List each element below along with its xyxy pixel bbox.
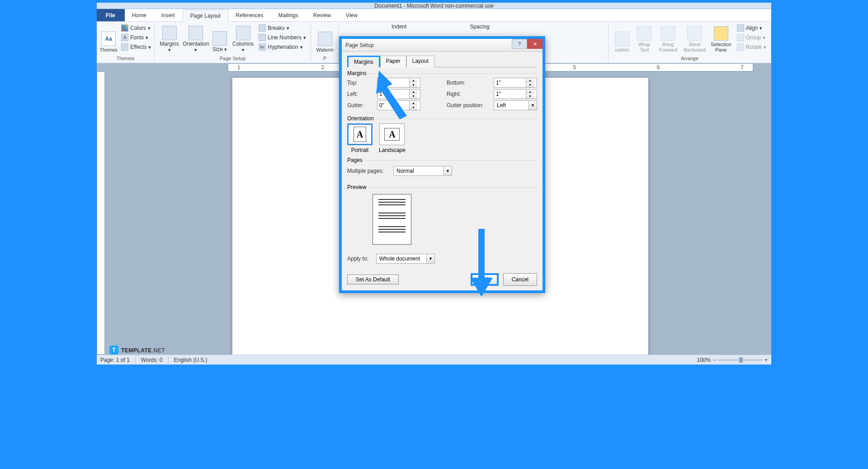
dropdown-icon[interactable]: ▼ (443, 166, 452, 175)
themes-icon: Aa (101, 32, 116, 46)
gutter-pos-combo[interactable]: Left▼ (494, 100, 537, 110)
cancel-button[interactable]: Cancel (503, 273, 537, 286)
backward-icon (687, 26, 702, 41)
margins-button[interactable]: Margins ▾ (157, 24, 181, 53)
orientation-button[interactable]: Orientation ▾ (183, 24, 208, 53)
dialog-title: Page Setup (345, 42, 374, 48)
ribbon-tabs: File Home Insert Page Layout References … (97, 9, 771, 22)
portrait-icon: A (347, 123, 373, 145)
effects-button[interactable]: Effects ▾ (119, 43, 153, 52)
watermark-icon (318, 32, 332, 46)
dialog-titlebar[interactable]: Page Setup ? ✕ (342, 39, 542, 52)
bring-forward-button[interactable]: Bring Forward (656, 24, 680, 53)
apply-to-label: Apply to: (347, 256, 373, 262)
effects-icon (121, 43, 128, 51)
preview-thumbnail (373, 194, 411, 245)
section-preview-label: Preview (347, 184, 368, 190)
indent-label: Indent (392, 24, 406, 30)
size-button[interactable]: Size ▾ (210, 24, 229, 53)
right-spinner[interactable]: ▲▼ (494, 89, 537, 99)
orientation-portrait[interactable]: A Portrait (347, 123, 373, 153)
group-icon (737, 34, 744, 41)
fonts-button[interactable]: AFonts ▾ (119, 33, 153, 42)
margins-icon (162, 26, 177, 40)
status-page[interactable]: Page: 1 of 1 (100, 357, 130, 363)
tab-mailings[interactable]: Mailings (271, 9, 306, 21)
set-default-button[interactable]: Set As Default (347, 275, 399, 284)
dialog-tab-layout[interactable]: Layout (406, 56, 434, 67)
section-margins-label: Margins (347, 70, 368, 76)
tab-review[interactable]: Review (306, 9, 338, 21)
title-bar: Document1 - Microsoft Word non-commercia… (97, 3, 771, 9)
zoom-value: 100% (697, 357, 711, 363)
gutter-label: Gutter: (347, 102, 373, 109)
tab-home[interactable]: Home (125, 9, 154, 21)
dropdown-icon[interactable]: ▼ (528, 101, 537, 110)
left-input[interactable] (377, 90, 409, 99)
group-button[interactable]: Group ▾ (735, 33, 768, 42)
gutter-spinner[interactable]: ▲▼ (377, 100, 420, 110)
selection-pane-button[interactable]: Selection Pane (709, 24, 733, 53)
hyphenation-button[interactable]: bcHyphenation ▾ (257, 43, 308, 52)
watermark-button[interactable]: Waterm (314, 24, 336, 53)
right-input[interactable] (494, 90, 526, 99)
align-button[interactable]: Align ▾ (735, 24, 768, 33)
selection-icon (714, 26, 728, 41)
up-arrow-icon[interactable]: ▲ (410, 78, 417, 83)
rotate-button[interactable]: Rotate ▾ (735, 43, 768, 52)
bottom-spinner[interactable]: ▲▼ (494, 78, 537, 88)
position-icon (615, 32, 629, 46)
ok-button[interactable]: OK (471, 273, 498, 286)
orientation-landscape[interactable]: A Landscape (379, 123, 406, 153)
columns-button[interactable]: Columns ▾ (231, 24, 255, 53)
tab-insert[interactable]: Insert (154, 9, 183, 21)
line-numbers-button[interactable]: Line Numbers ▾ (257, 33, 308, 42)
status-language[interactable]: English (U.S.) (174, 357, 208, 363)
left-label: Left: (347, 91, 373, 97)
bottom-input[interactable] (494, 78, 526, 87)
app-window: Document1 - Microsoft Word non-commercia… (94, 0, 774, 367)
breaks-button[interactable]: Breaks ▾ (257, 24, 308, 33)
zoom-control[interactable]: 100% − + (697, 357, 768, 363)
align-icon (737, 24, 744, 32)
down-arrow-icon[interactable]: ▼ (410, 83, 417, 87)
columns-icon (236, 26, 250, 40)
colors-icon (121, 24, 128, 32)
hyphenation-icon: bc (259, 43, 266, 51)
breaks-icon (259, 24, 266, 32)
vertical-ruler[interactable] (97, 71, 105, 355)
send-backward-button[interactable]: Send Backward (682, 24, 707, 53)
wrap-text-button[interactable]: Wrap Text (635, 24, 655, 53)
tab-file[interactable]: File (97, 9, 125, 21)
close-button[interactable]: ✕ (527, 39, 542, 49)
colors-button[interactable]: Colors ▾ (119, 24, 153, 33)
rotate-icon (737, 43, 744, 51)
gutter-input[interactable] (377, 101, 409, 110)
app-title: Document1 - Microsoft Word non-commercia… (374, 3, 494, 9)
size-icon (212, 31, 227, 46)
top-input[interactable] (377, 78, 409, 87)
template-watermark: T TEMPLATE.NET (109, 346, 165, 355)
spacing-label: Spacing (470, 24, 489, 30)
dialog-tab-paper[interactable]: Paper (380, 56, 406, 67)
help-button[interactable]: ? (512, 39, 527, 49)
dialog-tabs: Margins Paper Layout (347, 55, 537, 67)
bottom-label: Bottom: (447, 80, 490, 86)
template-logo-icon: T (109, 346, 118, 355)
position-button[interactable]: osition (611, 24, 633, 53)
dialog-tab-margins[interactable]: Margins (347, 56, 380, 67)
tab-view[interactable]: View (339, 9, 365, 21)
status-words[interactable]: Words: 0 (141, 357, 163, 363)
left-spinner[interactable]: ▲▼ (377, 89, 420, 99)
tab-page-layout[interactable]: Page Layout (183, 9, 228, 22)
zoom-slider-thumb[interactable] (739, 357, 743, 363)
status-bar: Page: 1 of 1 Words: 0 English (U.S.) 100… (97, 355, 771, 365)
dropdown-icon[interactable]: ▼ (426, 254, 434, 263)
multiple-pages-combo[interactable]: Normal▼ (393, 166, 452, 176)
themes-button[interactable]: Aa Themes (99, 24, 118, 53)
apply-to-combo[interactable]: Whole document▼ (376, 254, 435, 264)
page-setup-dialog: Page Setup ? ✕ Margins Paper Layout Marg… (339, 36, 545, 293)
tab-references[interactable]: References (228, 9, 271, 21)
group-label-page-setup: Page Setup (157, 55, 308, 61)
top-spinner[interactable]: ▲▼ (377, 78, 420, 88)
